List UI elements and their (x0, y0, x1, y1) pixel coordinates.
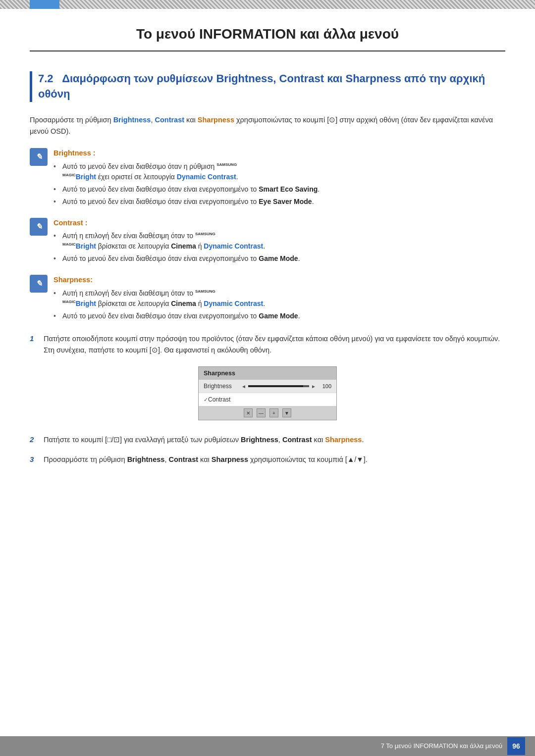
osd-header: Sharpness (199, 367, 336, 380)
footer: 7 Το μενού INFORMATION και άλλα μενού 96 (0, 736, 535, 756)
contrast-note-item-2: Αυτό το μενού δεν είναι διαθέσιμο όταν ε… (54, 253, 505, 264)
footer-page-number: 96 (507, 737, 525, 755)
osd-brightness-value: 100 (319, 382, 331, 391)
osd-contrast-row: ✓ Contrast (199, 393, 336, 406)
intro-paragraph: Προσαρμόστε τη ρύθμιση Brightness, Contr… (30, 114, 505, 137)
osd-icon-down[interactable]: ▼ (282, 408, 291, 417)
brightness-note-list: Αυτό το μενού δεν είναι διαθέσιμο όταν η… (54, 161, 505, 207)
section-heading: Διαμόρφωση των ρυθμίσεων Brightness, Con… (38, 72, 485, 100)
contrast-note-title: Contrast : (54, 218, 505, 229)
contrast-note: ✎ Contrast : Αυτή η επιλογή δεν είναι δι… (30, 218, 505, 266)
sharpness-note: ✎ Sharpness: Αυτή η επιλογή δεν είναι δι… (30, 275, 505, 323)
brightness-note-icon: ✎ (30, 148, 48, 166)
brightness-note-title: Brightness : (54, 148, 505, 159)
step-1-number: 1 (30, 333, 39, 345)
sharpness-note-item-1: Αυτή η επιλογή δεν είναι διαθέσιμη όταν … (54, 288, 505, 309)
chapter-title: Το μενού INFORMATION και άλλα μενού (30, 24, 505, 45)
top-bar (0, 0, 535, 9)
sharpness-note-title: Sharpness: (54, 275, 505, 286)
brightness-note: ✎ Brightness : Αυτό το μενού δεν είναι δ… (30, 148, 505, 209)
osd-slider (248, 385, 309, 387)
osd-checkmark: ✓ (204, 396, 208, 404)
sharpness-note-content: Sharpness: Αυτή η επιλογή δεν είναι διαθ… (54, 275, 505, 323)
osd-icon-minus[interactable]: — (257, 408, 266, 417)
main-content: Το μενού INFORMATION και άλλα μενού 7.2 … (0, 9, 535, 513)
step-2: 2 Πατήστε το κουμπί [□/⊡] για εναλλαγή μ… (30, 434, 505, 446)
osd-icon-x[interactable]: ✕ (244, 408, 253, 417)
step-3-number: 3 (30, 454, 39, 465)
step-2-number: 2 (30, 434, 39, 446)
osd-slider-fill (248, 385, 303, 387)
brightness-note-content: Brightness : Αυτό το μενού δεν είναι δια… (54, 148, 505, 209)
contrast-note-item-1: Αυτή η επιλογή δεν είναι διαθέσιμη όταν … (54, 231, 505, 252)
osd-brightness-row: Brightness ◄ ► 100 (199, 380, 336, 393)
top-bar-accent (30, 0, 59, 9)
step-2-text: Πατήστε το κουμπί [□/⊡] για εναλλαγή μετ… (44, 434, 505, 446)
section-title: 7.2 Διαμόρφωση των ρυθμίσεων Brightness,… (30, 71, 505, 102)
sharpness-note-item-2: Αυτό το μενού δεν είναι διαθέσιμο όταν ε… (54, 311, 505, 321)
osd-slider-container: ◄ ► (241, 383, 316, 390)
osd-arrow-left: ◄ (241, 383, 246, 390)
sharpness-note-icon: ✎ (30, 275, 48, 293)
osd-box: Sharpness Brightness ◄ ► 100 ✓ Contrast … (198, 366, 337, 421)
osd-icons-row: ✕ — + ▼ (199, 406, 336, 420)
contrast-note-content: Contrast : Αυτή η επιλογή δεν είναι διαθ… (54, 218, 505, 266)
step-1: 1 Πατήστε οποιοδήποτε κουμπί στην πρόσοψ… (30, 333, 505, 356)
osd-brightness-label: Brightness (204, 382, 238, 391)
chapter-header: Το μενού INFORMATION και άλλα μενού (30, 24, 505, 51)
sharpness-note-list: Αυτή η επιλογή δεν είναι διαθέσιμη όταν … (54, 288, 505, 321)
osd-arrow-right: ► (311, 383, 316, 390)
osd-contrast-label: Contrast (208, 395, 243, 404)
footer-chapter-text: 7 Το μενού INFORMATION και άλλα μενού (381, 741, 502, 751)
osd-icon-plus[interactable]: + (269, 408, 278, 417)
step-3-text: Προσαρμόστε τη ρύθμιση Brightness, Contr… (44, 454, 505, 465)
contrast-note-icon: ✎ (30, 218, 48, 236)
brightness-note-item-3: Αυτό το μενού δεν είναι διαθέσιμο όταν ε… (54, 197, 505, 207)
brightness-note-item-1: Αυτό το μενού δεν είναι διαθέσιμο όταν η… (54, 161, 505, 182)
section-number: 7.2 (38, 72, 54, 85)
osd-screenshot: Sharpness Brightness ◄ ► 100 ✓ Contrast … (30, 366, 505, 421)
brightness-note-item-2: Αυτό το μενού δεν είναι διαθέσιμο όταν ε… (54, 184, 505, 195)
step-1-text: Πατήστε οποιοδήποτε κουμπί στην πρόσοψη … (44, 333, 505, 356)
step-3: 3 Προσαρμόστε τη ρύθμιση Brightness, Con… (30, 454, 505, 465)
contrast-note-list: Αυτή η επιλογή δεν είναι διαθέσιμη όταν … (54, 231, 505, 264)
